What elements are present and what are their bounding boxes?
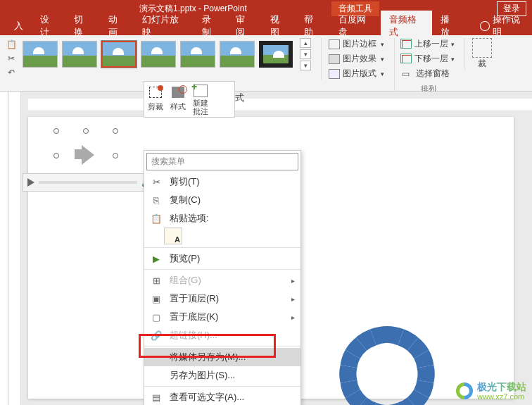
- crop-group: 裁: [464, 38, 492, 70]
- style-thumb[interactable]: [141, 41, 176, 68]
- menu-hyperlink: 🔗超链接(H)...: [144, 326, 300, 344]
- ruler-horizontal: [28, 99, 532, 111]
- speaker-icon: [65, 138, 107, 173]
- tab-audio-format[interactable]: 音频格式: [381, 11, 432, 42]
- menu-copy[interactable]: ⎘复制(C): [144, 191, 300, 209]
- comment-icon: [194, 85, 208, 97]
- picture-style-gallery[interactable]: ▴ ▾ ▾: [23, 38, 311, 70]
- tab-review[interactable]: 审阅: [227, 11, 261, 42]
- back-icon: ▢: [150, 311, 163, 323]
- watermark: 极光下载站 www.xz7.com: [456, 382, 526, 401]
- watermark-url: www.xz7.com: [477, 392, 526, 401]
- tab-animation[interactable]: 动画: [100, 11, 134, 42]
- menu-send-back[interactable]: ▢置于底层(K)▸: [144, 308, 300, 326]
- donut-shape[interactable]: [324, 314, 450, 405]
- play-icon: ▶: [150, 253, 163, 264]
- play-icon[interactable]: [27, 178, 34, 187]
- tab-transition[interactable]: 切换: [65, 11, 99, 42]
- gallery-up[interactable]: ▴: [300, 38, 311, 48]
- style-thumb[interactable]: [220, 41, 255, 68]
- tab-insert[interactable]: 入: [6, 17, 32, 35]
- watermark-logo-icon: [456, 382, 473, 399]
- style-thumb[interactable]: [180, 41, 215, 68]
- copy-icon: ⎘: [150, 194, 163, 206]
- tell-me-button[interactable]: 操作说明: [480, 13, 526, 39]
- picture-border-button[interactable]: 图片边框▾: [329, 38, 384, 50]
- crop-icon[interactable]: [472, 38, 492, 58]
- style-thumb-selected[interactable]: [101, 41, 137, 68]
- menu-cut[interactable]: ✂剪切(T): [144, 173, 300, 191]
- mini-style-button[interactable]: 样式: [170, 85, 186, 114]
- format-text: 式: [235, 92, 244, 104]
- style-thumb[interactable]: [62, 41, 97, 68]
- watermark-title: 极光下载站: [477, 382, 526, 392]
- resize-handle[interactable]: [53, 153, 59, 158]
- resize-handle[interactable]: [113, 128, 118, 134]
- audio-play-control[interactable]: 🔊: [23, 173, 156, 192]
- border-icon: [329, 39, 340, 49]
- thumbnail-strip[interactable]: [0, 92, 8, 405]
- bulb-icon: [480, 21, 489, 31]
- ribbon-body: 📋 ✂ ↶ ▴ ▾ ▾ 图片边框▾ 图片效果▾ 图片版式▾ 上移一层▾ 下移一层…: [0, 35, 532, 92]
- bring-forward-button[interactable]: 上移一层▾: [402, 38, 455, 50]
- paste-icon[interactable]: 📋: [4, 38, 18, 51]
- style-icon: [172, 87, 184, 98]
- style-thumb[interactable]: [23, 41, 58, 68]
- menu-search-input[interactable]: 搜索菜单: [146, 153, 298, 170]
- menu-save-media-as[interactable]: 将媒体另存为(M)...: [144, 348, 300, 366]
- send-backward-button[interactable]: 下移一层▾: [402, 53, 455, 65]
- menu-paste-options: 📋粘贴选项:: [144, 209, 300, 228]
- resize-handle[interactable]: [113, 153, 118, 158]
- undo-icon[interactable]: ↶: [4, 66, 18, 79]
- paste-icon: 📋: [150, 213, 163, 224]
- scissors-icon: ✂: [150, 176, 163, 187]
- arrange-group: 上移一层▾ 下移一层▾ ▭选择窗格 排列: [394, 38, 455, 94]
- resize-handle[interactable]: [83, 128, 89, 134]
- selection-pane-button[interactable]: ▭选择窗格: [402, 68, 455, 80]
- effect-icon: [329, 54, 340, 64]
- group-icon: ⊞: [150, 275, 163, 286]
- clipboard-group: 📋 ✂ ↶: [4, 38, 18, 79]
- link-icon: 🔗: [150, 330, 163, 341]
- menu-bring-front[interactable]: ▣置于顶层(R)▸: [144, 289, 300, 308]
- blank-icon: [150, 351, 163, 363]
- tab-slideshow[interactable]: 幻灯片放映: [134, 11, 194, 42]
- tab-view[interactable]: 视图: [262, 11, 296, 42]
- menu-alt-text[interactable]: ▤查看可选文字(A)...: [144, 388, 300, 405]
- resize-handle[interactable]: [53, 128, 59, 134]
- front-icon: ▣: [150, 293, 163, 304]
- tab-record[interactable]: 录制: [194, 11, 227, 42]
- tab-playback[interactable]: 播放: [432, 11, 466, 42]
- gallery-down[interactable]: ▾: [300, 49, 311, 59]
- layer-down-icon: [402, 55, 412, 63]
- layer-up-icon: [402, 40, 412, 49]
- gallery-more[interactable]: ▾: [300, 61, 311, 70]
- seek-bar[interactable]: [39, 181, 137, 184]
- picture-effect-button[interactable]: 图片效果▾: [329, 53, 384, 65]
- mini-new-comment-button[interactable]: 新建 批注: [192, 85, 209, 114]
- tab-baidu[interactable]: 百度网盘: [330, 11, 381, 42]
- menu-preview[interactable]: ▶预览(P): [144, 249, 300, 268]
- context-menu: 搜索菜单 ✂剪切(T) ⎘复制(C) 📋粘贴选项: ▶预览(P) ⊞组合(G)▸…: [144, 150, 301, 405]
- ribbon-tabs: 入 设计 切换 动画 幻灯片放映 录制 审阅 视图 帮助 百度网盘 音频格式 播…: [0, 17, 532, 35]
- tab-help[interactable]: 帮助: [296, 11, 329, 42]
- paste-option-keep-text[interactable]: [164, 228, 182, 244]
- ruler-vertical: [8, 92, 21, 405]
- alttext-icon: ▤: [150, 392, 163, 403]
- mini-toolbar: 剪裁 样式 新建 批注: [144, 81, 235, 118]
- picture-layout-button[interactable]: 图片版式▾: [329, 68, 384, 80]
- menu-group: ⊞组合(G)▸: [144, 271, 300, 289]
- menu-save-as-picture[interactable]: 另存为图片(S)...: [144, 366, 300, 385]
- tab-design[interactable]: 设计: [32, 11, 65, 42]
- picture-format-group: 图片边框▾ 图片效果▾ 图片版式▾: [321, 38, 384, 80]
- crop-icon: [149, 87, 162, 98]
- layout-icon: [329, 69, 340, 79]
- blank-icon: [150, 370, 163, 381]
- style-thumb[interactable]: [259, 41, 293, 68]
- mini-crop-button[interactable]: 剪裁: [147, 85, 164, 114]
- cut-icon[interactable]: ✂: [4, 52, 18, 65]
- pane-icon: ▭: [402, 69, 413, 79]
